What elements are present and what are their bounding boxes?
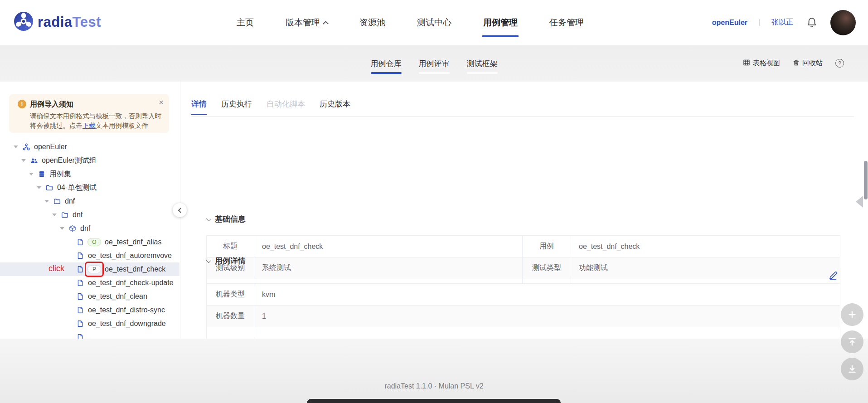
nav-item[interactable]: 版本管理	[286, 0, 328, 45]
tree-node[interactable]: openEuler测试组	[0, 154, 179, 167]
tree-node[interactable]: dnf	[0, 222, 179, 235]
table-row: 机器类型kvm	[207, 284, 840, 306]
sub-tab[interactable]: 用例仓库	[371, 58, 402, 74]
file-icon	[76, 265, 84, 273]
tree-node[interactable]: oe_test_dnf_clean	[0, 290, 179, 303]
tree-node[interactable]: oe_test_dnf_distro-sync	[0, 303, 179, 317]
tree-node[interactable]: openEuler	[0, 140, 179, 154]
tree-node[interactable]: 用例集	[0, 167, 179, 181]
app-logo[interactable]: radiaTest	[14, 10, 101, 35]
detail-tab[interactable]: 历史版本	[320, 99, 350, 117]
tree-node[interactable]: 04-单包测试	[0, 181, 179, 194]
notifications-bell-icon[interactable]	[805, 16, 819, 29]
tree-node[interactable]	[0, 330, 179, 339]
table-view-button[interactable]: 表格视图	[743, 59, 780, 68]
expand-arrow-icon[interactable]	[21, 159, 26, 162]
row-label: 测试类型	[523, 257, 571, 279]
folder-icon	[61, 211, 69, 219]
tree-node-label: oe_test_dnf_autoremvove	[88, 252, 172, 260]
page: radiaTest 主页版本管理资源池测试中心用例管理任务管理 openEule…	[0, 0, 868, 403]
file-icon	[76, 252, 84, 260]
row-value: 功能测试	[571, 257, 840, 279]
right-drawer-handle[interactable]	[856, 196, 863, 208]
help-icon[interactable]: ?	[835, 59, 844, 68]
detail-tabs: 详情历史执行自动化脚本历史版本	[191, 99, 350, 117]
expand-arrow-icon[interactable]	[44, 200, 49, 203]
scroll-to-bottom-button[interactable]	[841, 358, 863, 380]
sub-tab-underline	[371, 72, 402, 74]
sub-tab[interactable]: 用例评审	[419, 58, 450, 74]
notice-body: 请确保文本用例格式与模板一致，否则导入时 将会被跳过。点击下载文本用例模板文件	[30, 112, 162, 131]
tree-node[interactable]: Poe_test_dnf_checkclick	[0, 262, 179, 276]
package-icon	[68, 224, 77, 233]
nav-item-label: 资源池	[359, 17, 385, 29]
badge-wrap: O	[87, 238, 101, 246]
recycle-bin-button[interactable]: 回收站	[793, 59, 823, 68]
current-org[interactable]: openEuler	[712, 19, 747, 27]
user-area: openEuler 张以正	[712, 0, 856, 45]
tree-node[interactable]: oe_test_dnf_autoremvove	[0, 249, 179, 262]
sidebar-collapse-button[interactable]	[173, 203, 187, 217]
brand-name: radiaTest	[38, 14, 101, 30]
page-scrollbar[interactable]	[864, 161, 868, 199]
nav-item[interactable]: 资源池	[359, 0, 385, 45]
expand-arrow-icon[interactable]	[14, 146, 18, 148]
expand-arrow-icon[interactable]	[37, 186, 41, 189]
file-icon	[76, 279, 84, 287]
case-detail-section-header[interactable]: 用例详情	[206, 256, 246, 266]
edit-pencil-icon[interactable]	[828, 271, 838, 281]
tree-node-label: oe_test_dnf_check-update	[88, 279, 174, 287]
download-template-link[interactable]: 下载	[82, 122, 96, 129]
tree-node[interactable]: dnf	[0, 194, 179, 208]
expand-arrow-icon[interactable]	[52, 214, 57, 216]
suite-icon	[38, 170, 46, 178]
page-footer: radiaTest 1.1.0 · Mulan PSL v2	[0, 339, 868, 403]
tree-node-label: oe_test_dnf_check	[105, 265, 165, 273]
row-value: oe_test_dnf_check	[571, 236, 840, 257]
sub-tab-underline	[467, 72, 498, 74]
expand-arrow-icon[interactable]	[29, 173, 34, 175]
scroll-to-top-button[interactable]	[841, 330, 863, 353]
file-icon	[76, 238, 84, 246]
tree-node-label: dnf	[73, 211, 82, 219]
basic-info-section-header[interactable]: 基础信息	[206, 214, 246, 224]
tree-node-label: 用例集	[49, 170, 71, 179]
row-value: oe_test_dnf_check	[254, 236, 523, 257]
band-actions: 表格视图 回收站 ?	[743, 45, 844, 82]
detail-tab[interactable]: 历史执行	[221, 99, 252, 117]
sub-tab[interactable]: 测试框架	[467, 58, 498, 74]
sub-tab-underline	[419, 72, 450, 74]
tree-node[interactable]: oe_test_dnf_downgrade	[0, 317, 179, 330]
tree-node[interactable]: Ooe_test_dnf_alias	[0, 235, 179, 249]
case-sub-tabs: 用例仓库用例评审测试框架	[371, 58, 498, 74]
tree-node[interactable]: oe_test_dnf_check-update	[0, 276, 179, 290]
expand-arrow-icon[interactable]	[60, 227, 64, 230]
nav-item[interactable]: 测试中心	[417, 0, 451, 45]
tree-node-label: oe_test_dnf_distro-sync	[88, 306, 165, 314]
detail-tab[interactable]: 详情	[191, 99, 207, 117]
case-management-band: 用例仓库用例评审测试框架 表格视图 回收站 ?	[0, 45, 868, 82]
nav-item[interactable]: 任务管理	[549, 0, 584, 45]
tree-node[interactable]: dnf	[0, 208, 179, 222]
top-navigation: 主页版本管理资源池测试中心用例管理任务管理	[237, 0, 584, 45]
close-icon[interactable]: ×	[159, 98, 164, 107]
row-label: 机器类型	[207, 284, 254, 305]
trash-icon	[793, 59, 800, 68]
file-icon	[76, 306, 84, 314]
add-floating-button[interactable]	[841, 303, 863, 326]
chevron-left-icon	[178, 208, 183, 213]
case-tree-sidebar: ! 用例导入须知 请确保文本用例格式与模板一致，否则导入时 将会被跳过。点击下载…	[0, 82, 180, 339]
sub-tab-label: 测试框架	[467, 58, 498, 69]
chevron-down-icon	[206, 257, 211, 262]
current-user[interactable]: 张以正	[771, 18, 793, 27]
nav-item[interactable]: 用例管理	[483, 0, 518, 45]
radiation-logo-icon	[14, 11, 34, 33]
row-label: 机器数量	[207, 306, 254, 327]
row-label	[207, 327, 254, 339]
tree-node-label: dnf	[65, 197, 75, 205]
tree-node-label: oe_test_dnf_downgrade	[88, 320, 166, 328]
nav-item[interactable]: 主页	[237, 0, 254, 45]
nav-item-label: 用例管理	[483, 17, 518, 29]
notice-title: 用例导入须知	[30, 100, 73, 109]
user-avatar[interactable]	[830, 10, 856, 35]
